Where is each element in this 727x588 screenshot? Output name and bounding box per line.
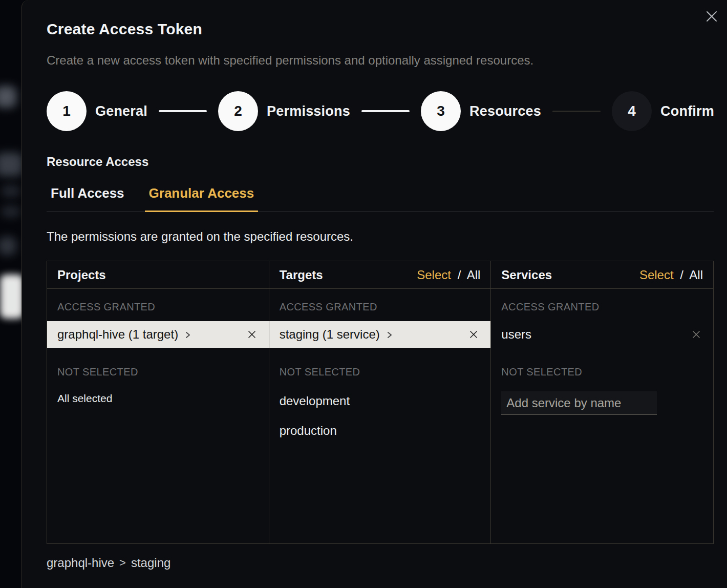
targets-select-link[interactable]: Select: [417, 268, 451, 282]
step-connector: [361, 110, 410, 112]
targets-column-header: Targets Select / All: [269, 261, 491, 289]
step-label: Permissions: [267, 103, 350, 119]
access-granted-label: ACCESS GRANTED: [269, 289, 491, 321]
chevron-right-icon: [184, 330, 191, 340]
services-column-header: Services Select / All: [491, 261, 713, 289]
breadcrumb: graphql-hive > staging: [47, 556, 713, 570]
targets-column: Targets Select / All ACCESS GRANTED stag…: [269, 261, 491, 543]
create-access-token-modal: Create Access Token Create a new access …: [22, 0, 727, 588]
projects-all-selected-note: All selected: [47, 386, 269, 411]
add-service-input[interactable]: [501, 391, 657, 415]
tab-granular-access[interactable]: Granular Access: [145, 182, 259, 212]
projects-column: Projects ACCESS GRANTED graphql-hive (1 …: [47, 261, 269, 543]
projects-column-header: Projects: [47, 261, 269, 289]
step-label: Resources: [469, 103, 541, 119]
wizard-stepper: 1 General 2 Permissions 3 Resources 4 Co…: [47, 91, 714, 131]
not-selected-label: NOT SELECTED: [47, 348, 269, 386]
access-granted-label: ACCESS GRANTED: [491, 289, 713, 321]
modal-title: Create Access Token: [47, 20, 713, 38]
step-number-badge: 4: [612, 91, 652, 131]
selected-service-name: users: [501, 327, 531, 342]
background-blur-blob: [0, 275, 22, 319]
target-option-development[interactable]: development: [269, 386, 491, 416]
selected-project-name: graphql-hive (1 target): [57, 327, 178, 342]
background-blur-blob: [1, 206, 20, 217]
not-selected-label: NOT SELECTED: [491, 348, 713, 386]
breadcrumb-target: staging: [131, 556, 170, 570]
selected-target-row[interactable]: staging (1 service): [269, 321, 491, 348]
targets-all-link[interactable]: All: [467, 268, 481, 282]
not-selected-label: NOT SELECTED: [269, 348, 491, 386]
step-number-badge: 1: [47, 91, 87, 131]
selected-service-row[interactable]: users: [491, 321, 713, 348]
breadcrumb-separator-icon: >: [119, 556, 126, 570]
select-all-divider: /: [680, 268, 683, 282]
modal-subtitle: Create a new access token with specified…: [47, 53, 713, 68]
step-number-badge: 2: [218, 91, 258, 131]
services-all-link[interactable]: All: [689, 268, 703, 282]
services-column: Services Select / All ACCESS GRANTED use…: [491, 261, 713, 543]
step-resources[interactable]: 3 Resources: [421, 91, 541, 131]
background-blur-blob: [0, 237, 16, 255]
background-blur-blob: [0, 153, 22, 176]
background-blur-blob: [0, 86, 16, 108]
services-column-title: Services: [501, 268, 552, 282]
targets-select-all: Select / All: [417, 268, 480, 282]
close-icon[interactable]: [703, 8, 720, 25]
step-permissions[interactable]: 2 Permissions: [218, 91, 350, 131]
remove-target-icon[interactable]: [467, 328, 480, 341]
step-general[interactable]: 1 General: [47, 91, 147, 131]
access-mode-tabs: Full Access Granular Access: [47, 182, 714, 212]
projects-column-title: Projects: [57, 268, 106, 282]
select-all-divider: /: [458, 268, 461, 282]
background-blur-blob: [1, 185, 20, 197]
step-number-badge: 3: [421, 91, 461, 131]
targets-column-title: Targets: [280, 268, 323, 282]
breadcrumb-project: graphql-hive: [47, 556, 114, 570]
remove-project-icon[interactable]: [245, 328, 259, 341]
target-option-production[interactable]: production: [269, 416, 491, 446]
granular-access-description: The permissions are granted on the speci…: [47, 229, 713, 244]
resource-access-heading: Resource Access: [47, 155, 713, 169]
remove-service-icon[interactable]: [690, 328, 703, 341]
resource-selection-table: Projects ACCESS GRANTED graphql-hive (1 …: [47, 261, 714, 544]
step-connector: [552, 111, 601, 112]
step-confirm[interactable]: 4 Confirm: [612, 91, 714, 131]
chevron-right-icon: [386, 330, 393, 340]
background-page-strip: [0, 0, 22, 588]
services-select-all: Select / All: [639, 268, 703, 282]
services-select-link[interactable]: Select: [639, 268, 674, 282]
step-connector: [159, 110, 207, 112]
step-label: Confirm: [660, 103, 714, 119]
tab-full-access[interactable]: Full Access: [47, 182, 129, 212]
selected-project-row[interactable]: graphql-hive (1 target): [47, 321, 269, 348]
access-granted-label: ACCESS GRANTED: [47, 289, 269, 321]
selected-target-name: staging (1 service): [280, 327, 380, 342]
step-label: General: [95, 103, 147, 119]
